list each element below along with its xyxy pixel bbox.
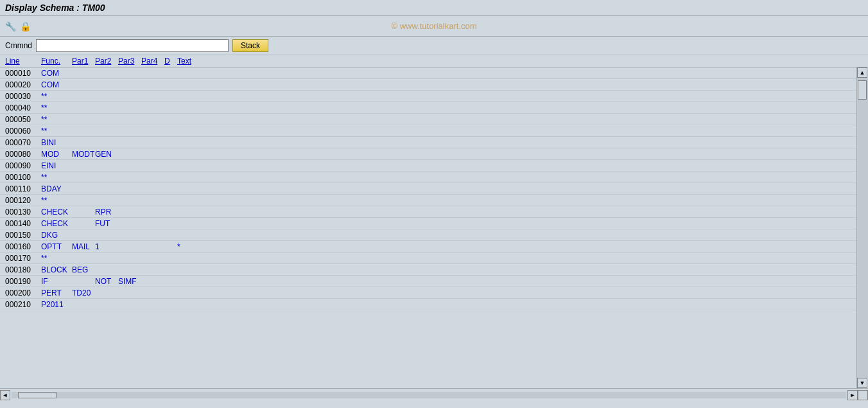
- cell-func-15[interactable]: OPTT: [41, 242, 72, 251]
- cell-line-12: 000130: [5, 208, 41, 217]
- table-row[interactable]: 000020 COM: [0, 79, 856, 91]
- table-row[interactable]: 000130 CHECK RPR: [0, 206, 856, 218]
- cell-func-5[interactable]: **: [41, 127, 72, 136]
- cell-par3-18[interactable]: SIMF: [118, 277, 141, 286]
- table-row[interactable]: 000100 **: [0, 172, 856, 183]
- resize-handle: [858, 390, 868, 400]
- table-row[interactable]: 000090 EINI: [0, 160, 856, 172]
- cell-func-10[interactable]: BDAY: [41, 184, 72, 193]
- col-header-func[interactable]: Func.: [41, 57, 72, 66]
- cell-func-8[interactable]: EINI: [41, 161, 72, 170]
- cell-line-1: 000020: [5, 80, 41, 89]
- scrollbar-right: ▲ ▼: [856, 67, 868, 388]
- cell-line-19: 000200: [5, 288, 41, 297]
- cell-func-14[interactable]: DKG: [41, 231, 72, 240]
- cell-line-7: 000080: [5, 150, 41, 159]
- page-title: Display Schema : TM00: [5, 3, 105, 13]
- table-row[interactable]: 000110 BDAY: [0, 183, 856, 195]
- col-header-par3[interactable]: Par3: [118, 57, 141, 66]
- cell-par1-17[interactable]: BEG: [72, 265, 95, 274]
- cell-func-7[interactable]: MOD: [41, 150, 72, 159]
- cell-line-4: 000050: [5, 115, 41, 124]
- table-row[interactable]: 000040 **: [0, 102, 856, 114]
- col-header-line[interactable]: Line: [5, 57, 41, 66]
- cell-func-3[interactable]: **: [41, 103, 72, 112]
- cell-par1-19[interactable]: TD20: [72, 288, 95, 297]
- cell-line-14: 000150: [5, 231, 41, 240]
- table-row[interactable]: 000120 **: [0, 195, 856, 206]
- col-header-par2[interactable]: Par2: [95, 57, 118, 66]
- cell-line-13: 000140: [5, 219, 41, 228]
- cell-par2-15[interactable]: 1: [95, 242, 118, 251]
- cell-line-16: 000170: [5, 254, 41, 263]
- h-scroll-left-button[interactable]: ◄: [0, 390, 10, 400]
- cell-func-11[interactable]: **: [41, 196, 72, 205]
- watermark: © www.tutorialkart.com: [391, 21, 476, 31]
- col-header-par1[interactable]: Par1: [72, 57, 95, 66]
- cell-func-0[interactable]: COM: [41, 69, 72, 78]
- cell-par1-15[interactable]: MAIL: [72, 242, 95, 251]
- cell-line-20: 000210: [5, 300, 41, 309]
- cell-line-15: 000160: [5, 242, 41, 251]
- table-row[interactable]: 000080 MOD MODT GEN: [0, 148, 856, 160]
- command-bar: Cmmnd Stack: [0, 37, 868, 55]
- h-scroll-thumb[interactable]: [18, 392, 56, 398]
- cell-par1-7[interactable]: MODT: [72, 150, 95, 159]
- table-row[interactable]: 000180 BLOCK BEG: [0, 264, 856, 276]
- cell-func-4[interactable]: **: [41, 115, 72, 124]
- cell-func-12[interactable]: CHECK: [41, 208, 72, 217]
- cell-line-8: 000090: [5, 161, 41, 170]
- cell-line-2: 000030: [5, 92, 41, 101]
- cell-line-11: 000120: [5, 196, 41, 205]
- table-area: 000010 COM 000020 COM 000030 **: [0, 67, 856, 388]
- table-row[interactable]: 000160 OPTT MAIL 1 *: [0, 241, 856, 253]
- col-header-d[interactable]: D: [164, 57, 177, 66]
- cell-par2-13[interactable]: FUT: [95, 219, 118, 228]
- command-input[interactable]: [36, 39, 229, 52]
- table-row[interactable]: 000030 **: [0, 91, 856, 102]
- table-row[interactable]: 000190 IF NOT SIMF: [0, 276, 856, 287]
- scroll-down-button[interactable]: ▼: [857, 378, 867, 388]
- table-row[interactable]: 000200 PERT TD20: [0, 287, 856, 299]
- cell-func-2[interactable]: **: [41, 92, 72, 101]
- wrench-icon[interactable]: 🔧: [5, 21, 16, 31]
- table-row[interactable]: 000140 CHECK FUT: [0, 218, 856, 229]
- cell-line-17: 000180: [5, 265, 41, 274]
- cell-line-3: 000040: [5, 103, 41, 112]
- lock-icon[interactable]: 🔒: [20, 21, 31, 31]
- table-row[interactable]: 000170 **: [0, 253, 856, 264]
- cell-line-0: 000010: [5, 69, 41, 78]
- cell-line-9: 000100: [5, 173, 41, 182]
- stack-button[interactable]: Stack: [232, 39, 268, 52]
- h-scroll-track: [12, 392, 846, 398]
- table-row[interactable]: 000070 BINI: [0, 137, 856, 148]
- cell-func-1[interactable]: COM: [41, 80, 72, 89]
- cell-line-6: 000070: [5, 138, 41, 147]
- scroll-track: [857, 78, 868, 378]
- table-row[interactable]: 000010 COM: [0, 67, 856, 79]
- toolbar: 🔧 🔒 © www.tutorialkart.com: [0, 16, 868, 37]
- cell-par2-12[interactable]: RPR: [95, 208, 118, 217]
- cell-func-18[interactable]: IF: [41, 277, 72, 286]
- h-scroll-right-button[interactable]: ►: [847, 390, 858, 400]
- cell-par2-18[interactable]: NOT: [95, 277, 118, 286]
- cell-func-17[interactable]: BLOCK: [41, 265, 72, 274]
- table-row[interactable]: 000210 P2011: [0, 299, 856, 310]
- cell-text-15: *: [177, 242, 851, 251]
- cell-par2-7[interactable]: GEN: [95, 150, 118, 159]
- scroll-thumb[interactable]: [858, 80, 867, 100]
- table-row[interactable]: 000060 **: [0, 125, 856, 137]
- table-row[interactable]: 000050 **: [0, 114, 856, 125]
- cell-func-13[interactable]: CHECK: [41, 219, 72, 228]
- table-row[interactable]: 000150 DKG: [0, 229, 856, 241]
- scroll-up-button[interactable]: ▲: [857, 67, 867, 78]
- cell-line-10: 000110: [5, 184, 41, 193]
- col-header-text[interactable]: Text: [177, 57, 863, 66]
- cell-func-19[interactable]: PERT: [41, 288, 72, 297]
- bottom-bar: ◄ ►: [0, 388, 868, 401]
- col-header-par4[interactable]: Par4: [141, 57, 164, 66]
- cell-func-6[interactable]: BINI: [41, 138, 72, 147]
- cell-func-9[interactable]: **: [41, 173, 72, 182]
- cell-func-16[interactable]: **: [41, 254, 72, 263]
- cell-func-20[interactable]: P2011: [41, 300, 72, 309]
